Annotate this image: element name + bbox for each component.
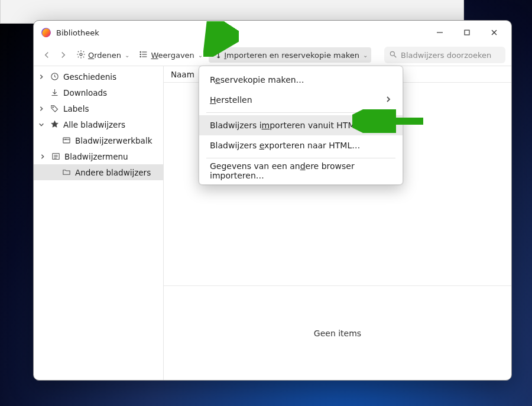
sidebar-item-bookmarks-menu[interactable]: Bladwijzermenu (34, 148, 163, 164)
menu-item-import-html[interactable]: Bladwijzers importeren vanuit HTML… (199, 115, 403, 135)
menu-item-restore[interactable]: Herstellen (199, 90, 403, 110)
svg-point-15 (52, 107, 53, 108)
column-header-label: Naam (171, 70, 194, 79)
clock-icon (50, 72, 59, 82)
back-button[interactable] (40, 48, 54, 62)
organize-menu[interactable]: Ordenen ⌄ (73, 47, 133, 63)
window-controls (426, 22, 508, 43)
svg-point-5 (80, 53, 82, 56)
chevron-right-icon[interactable] (38, 152, 47, 161)
list-icon (139, 50, 148, 61)
svg-line-13 (394, 55, 397, 57)
sidebar-item-history[interactable]: Geschiedenis (34, 69, 163, 85)
sidebar-label: Downloads (63, 88, 107, 98)
sidebar-label: Bladwijzerwerkbalk (75, 136, 152, 145)
twisty-spacer (37, 89, 46, 97)
sidebar-label: Andere bladwijzers (75, 168, 151, 177)
sidebar-label: Bladwijzermenu (64, 152, 128, 161)
download-icon (50, 88, 59, 98)
chevron-down-icon[interactable] (37, 121, 46, 129)
tag-icon (50, 104, 59, 113)
import-export-icon (212, 50, 222, 61)
folder-icon (61, 168, 71, 177)
sidebar-label: Alle bladwijzers (63, 120, 125, 129)
menu-label: Reservekopie maken… (210, 75, 304, 85)
star-icon (50, 120, 59, 129)
sidebar-item-other-bookmarks[interactable]: Andere bladwijzers (34, 164, 163, 180)
sidebar-label: Geschiedenis (63, 72, 116, 82)
chevron-right-icon[interactable] (37, 73, 46, 81)
chevron-down-icon: ⌄ (363, 52, 368, 59)
svg-point-10 (140, 54, 141, 54)
svg-point-12 (390, 51, 394, 56)
menu-item-export-html[interactable]: Bladwijzers exporteren naar HTML… (199, 135, 403, 155)
menu-separator (206, 158, 395, 158)
details-pane: Geen items (164, 285, 511, 380)
toolbar: Ordenen ⌄ Weergaven ⌄ Importeren en rese… (34, 44, 511, 66)
sidebar: Geschiedenis Downloads Labels Alle bladw… (34, 66, 164, 380)
svg-rect-16 (63, 138, 69, 143)
twisty-spacer (49, 137, 57, 145)
maximize-button[interactable] (453, 22, 481, 43)
sidebar-item-bookmarks-toolbar[interactable]: Bladwijzerwerkbalk (34, 132, 163, 148)
chevron-down-icon: ⌄ (125, 52, 129, 59)
search-input[interactable] (401, 51, 501, 60)
menu-separator (206, 112, 395, 113)
organize-label: Ordenen (88, 51, 121, 60)
chevron-right-icon (385, 95, 392, 105)
svg-point-11 (140, 56, 141, 57)
menu-label: Gegevens van een andere browser importer… (210, 161, 392, 180)
search-box[interactable] (384, 47, 505, 63)
chevron-down-icon: ⌄ (198, 52, 203, 59)
empty-state-label: Geen items (314, 329, 361, 338)
menu-icon (51, 152, 60, 161)
toolbar-icon (61, 136, 71, 145)
sidebar-item-labels[interactable]: Labels (34, 100, 163, 116)
gear-icon (76, 50, 86, 61)
views-menu[interactable]: Weergaven ⌄ (135, 47, 206, 63)
import-backup-dropdown: Reservekopie maken… Herstellen Bladwijze… (199, 66, 403, 185)
close-button[interactable] (481, 22, 508, 43)
twisty-spacer (49, 168, 57, 177)
menu-label: Bladwijzers importeren vanuit HTML… (210, 121, 368, 130)
menu-item-backup[interactable]: Reservekopie maken… (199, 70, 403, 90)
forward-button[interactable] (56, 48, 70, 62)
menu-item-import-browser[interactable]: Gegevens van een andere browser importer… (199, 161, 403, 181)
import-backup-label: Importeren en reservekopie maken (224, 51, 359, 60)
chevron-right-icon[interactable] (37, 105, 46, 113)
svg-rect-2 (465, 30, 469, 35)
minimize-button[interactable] (426, 22, 453, 43)
sidebar-item-downloads[interactable]: Downloads (34, 85, 163, 100)
views-label: Weergaven (151, 51, 194, 60)
sidebar-label: Labels (63, 104, 89, 113)
import-backup-menu[interactable]: Importeren en reservekopie maken ⌄ (209, 47, 371, 63)
titlebar: Bibliotheek (34, 21, 511, 44)
menu-label: Herstellen (210, 95, 252, 105)
firefox-icon (41, 27, 51, 38)
window-title: Bibliotheek (56, 28, 426, 37)
menu-label: Bladwijzers exporteren naar HTML… (210, 141, 360, 150)
svg-point-9 (140, 51, 141, 52)
search-icon (389, 50, 397, 60)
sidebar-item-all-bookmarks[interactable]: Alle bladwijzers (34, 116, 163, 132)
